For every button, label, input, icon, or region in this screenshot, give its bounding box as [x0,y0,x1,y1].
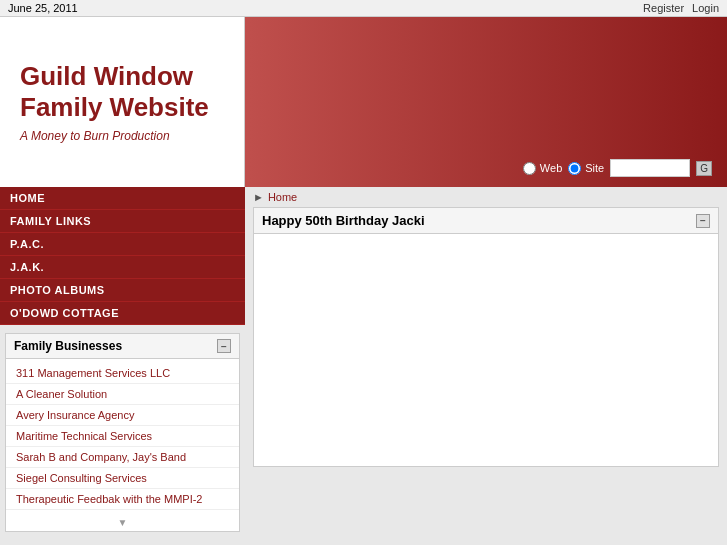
header-right: Web Site G [245,17,727,187]
nav-item-jak[interactable]: J.A.K. [0,256,245,279]
breadcrumb-home[interactable]: Home [268,191,297,203]
content-box-title: Happy 50th Birthday Jacki [262,213,425,228]
content-box-collapse-button[interactable]: − [696,214,710,228]
scroll-indicator: ▼ [6,514,239,531]
biz-item-cleaner[interactable]: A Cleaner Solution [6,384,239,405]
web-label: Web [540,162,562,174]
sidebar: HOME FAMILY LINKS P.A.C. J.A.K. PHOTO AL… [0,187,245,545]
login-link[interactable]: Login [692,2,719,14]
breadcrumb-arrow: ► [253,191,264,203]
nav-item-pac[interactable]: P.A.C. [0,233,245,256]
family-businesses-header: Family Businesses − [6,334,239,359]
biz-item-avery[interactable]: Avery Insurance Agency [6,405,239,426]
logo-area: Guild Window Family Website A Money to B… [0,17,245,187]
date-label: June 25, 2011 [8,2,78,14]
family-businesses-list: 311 Management Services LLC A Cleaner So… [6,359,239,514]
site-label: Site [585,162,604,174]
biz-item-siegel[interactable]: Siegel Consulting Services [6,468,239,489]
nav-item-home[interactable]: HOME [0,187,245,210]
header: Guild Window Family Website A Money to B… [0,17,727,187]
top-bar: June 25, 2011 Register Login [0,0,727,17]
web-radio-label[interactable]: Web [523,162,562,175]
breadcrumb-bar: ► Home [245,187,727,207]
content-body [254,234,718,454]
biz-item-therapeutic[interactable]: Therapeutic Feedbak with the MMPI-2 [6,489,239,510]
search-area: Web Site G [523,159,712,177]
nav-item-odowd-cottage[interactable]: O'DOWD COTTAGE [0,302,245,325]
nav-item-photo-albums[interactable]: PHOTO ALBUMS [0,279,245,302]
site-radio-label[interactable]: Site [568,162,604,175]
auth-links: Register Login [643,2,719,14]
content-box: Happy 50th Birthday Jacki − [253,207,719,467]
nav-menu: HOME FAMILY LINKS P.A.C. J.A.K. PHOTO AL… [0,187,245,325]
site-title: Guild Window Family Website [20,61,224,123]
site-subtitle: A Money to Burn Production [20,129,224,143]
biz-item-311[interactable]: 311 Management Services LLC [6,363,239,384]
search-button[interactable]: G [696,161,712,176]
web-radio[interactable] [523,162,536,175]
family-businesses-title: Family Businesses [14,339,122,353]
main-container: HOME FAMILY LINKS P.A.C. J.A.K. PHOTO AL… [0,187,727,545]
biz-item-maritime[interactable]: Maritime Technical Services [6,426,239,447]
nav-item-family-links[interactable]: FAMILY LINKS [0,210,245,233]
content-area: ► Home Happy 50th Birthday Jacki − [245,187,727,545]
search-input[interactable] [610,159,690,177]
register-link[interactable]: Register [643,2,684,14]
site-radio[interactable] [568,162,581,175]
biz-item-sarah[interactable]: Sarah B and Company, Jay's Band [6,447,239,468]
content-box-header: Happy 50th Birthday Jacki − [254,208,718,234]
family-businesses-box: Family Businesses − 311 Management Servi… [5,333,240,532]
family-businesses-collapse-button[interactable]: − [217,339,231,353]
